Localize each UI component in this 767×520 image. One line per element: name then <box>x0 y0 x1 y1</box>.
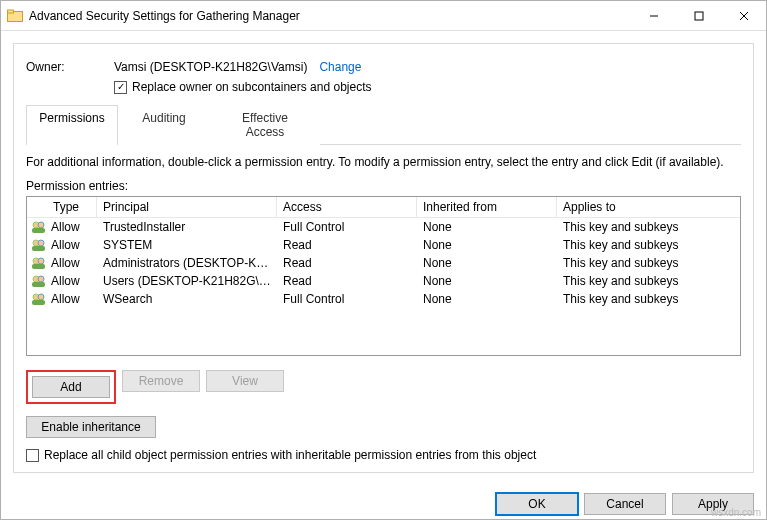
cell-type: Allow <box>51 256 80 270</box>
remove-button: Remove <box>122 370 200 392</box>
cell-principal: Administrators (DESKTOP-K21... <box>97 255 277 271</box>
enable-inheritance-button[interactable]: Enable inheritance <box>26 416 156 438</box>
svg-rect-8 <box>32 228 45 233</box>
users-icon <box>31 274 47 288</box>
entry-buttons: Add Remove View <box>26 370 741 404</box>
cell-type: Allow <box>51 238 80 252</box>
cell-applies: This key and subkeys <box>557 291 740 307</box>
table-row[interactable]: AllowUsers (DESKTOP-K21H82G\Us...ReadNon… <box>27 272 740 290</box>
window-title: Advanced Security Settings for Gathering… <box>29 9 631 23</box>
svg-point-19 <box>38 294 44 300</box>
ok-button[interactable]: OK <box>496 493 578 515</box>
replace-children-row: Replace all child object permission entr… <box>26 448 741 462</box>
cell-applies: This key and subkeys <box>557 219 740 235</box>
cell-inherited: None <box>417 255 557 271</box>
cell-type: Allow <box>51 220 80 234</box>
table-body: AllowTrustedInstallerFull ControlNoneThi… <box>27 218 740 308</box>
cell-access: Read <box>277 255 417 271</box>
maximize-button[interactable] <box>676 2 721 30</box>
entries-label: Permission entries: <box>26 179 741 193</box>
col-access[interactable]: Access <box>277 197 417 217</box>
content-area: Owner: Vamsi (DESKTOP-K21H82G\Vamsi) Cha… <box>1 31 766 485</box>
svg-point-16 <box>38 276 44 282</box>
cell-applies: This key and subkeys <box>557 273 740 289</box>
col-applies[interactable]: Applies to <box>557 197 740 217</box>
cell-access: Full Control <box>277 219 417 235</box>
panel: Owner: Vamsi (DESKTOP-K21H82G\Vamsi) Cha… <box>13 43 754 473</box>
cell-applies: This key and subkeys <box>557 255 740 271</box>
cell-access: Full Control <box>277 291 417 307</box>
cell-principal: SYSTEM <box>97 237 277 253</box>
owner-label: Owner: <box>26 60 114 74</box>
cell-inherited: None <box>417 273 557 289</box>
tab-permissions[interactable]: Permissions <box>26 105 118 145</box>
info-text: For additional information, double-click… <box>26 155 741 169</box>
svg-rect-3 <box>695 12 703 20</box>
table-row[interactable]: AllowTrustedInstallerFull ControlNoneThi… <box>27 218 740 236</box>
cell-inherited: None <box>417 219 557 235</box>
close-button[interactable] <box>721 2 766 30</box>
svg-rect-20 <box>32 300 45 305</box>
cell-principal: Users (DESKTOP-K21H82G\Us... <box>97 273 277 289</box>
dialog-buttons: OK Cancel Apply <box>1 485 766 519</box>
cell-type: Allow <box>51 292 80 306</box>
permissions-table: Type Principal Access Inherited from App… <box>26 196 741 356</box>
users-icon <box>31 220 47 234</box>
svg-rect-17 <box>32 282 45 287</box>
cell-inherited: None <box>417 237 557 253</box>
replace-children-label: Replace all child object permission entr… <box>44 448 536 462</box>
svg-rect-1 <box>8 10 14 13</box>
cell-principal: WSearch <box>97 291 277 307</box>
svg-rect-14 <box>32 264 45 269</box>
svg-rect-11 <box>32 246 45 251</box>
owner-value: Vamsi (DESKTOP-K21H82G\Vamsi) <box>114 60 307 74</box>
tab-effective-access[interactable]: Effective Access <box>210 105 320 145</box>
enable-inheritance-row: Enable inheritance <box>26 416 741 438</box>
table-row[interactable]: AllowWSearchFull ControlNoneThis key and… <box>27 290 740 308</box>
users-icon <box>31 256 47 270</box>
table-row[interactable]: AllowSYSTEMReadNoneThis key and subkeys <box>27 236 740 254</box>
tab-auditing[interactable]: Auditing <box>118 105 210 145</box>
replace-owner-label: Replace owner on subcontainers and objec… <box>132 80 371 94</box>
folder-icon <box>7 8 23 24</box>
users-icon <box>31 238 47 252</box>
owner-row: Owner: Vamsi (DESKTOP-K21H82G\Vamsi) Cha… <box>26 60 741 74</box>
cell-principal: TrustedInstaller <box>97 219 277 235</box>
table-row[interactable]: AllowAdministrators (DESKTOP-K21...ReadN… <box>27 254 740 272</box>
titlebar: Advanced Security Settings for Gathering… <box>1 1 766 31</box>
cell-applies: This key and subkeys <box>557 237 740 253</box>
add-highlight: Add <box>26 370 116 404</box>
add-button[interactable]: Add <box>32 376 110 398</box>
cell-access: Read <box>277 237 417 253</box>
replace-owner-checkbox[interactable]: ✓ <box>114 81 127 94</box>
users-icon <box>31 292 47 306</box>
cell-access: Read <box>277 273 417 289</box>
tab-strip: Permissions Auditing Effective Access <box>26 104 741 145</box>
cancel-button[interactable]: Cancel <box>584 493 666 515</box>
minimize-button[interactable] <box>631 2 676 30</box>
replace-children-checkbox[interactable] <box>26 449 39 462</box>
col-principal[interactable]: Principal <box>97 197 277 217</box>
svg-point-10 <box>38 240 44 246</box>
view-button: View <box>206 370 284 392</box>
cell-inherited: None <box>417 291 557 307</box>
change-owner-link[interactable]: Change <box>319 60 361 74</box>
table-header: Type Principal Access Inherited from App… <box>27 197 740 218</box>
svg-point-13 <box>38 258 44 264</box>
watermark: wsxdn.com <box>711 507 761 518</box>
col-type[interactable]: Type <box>27 197 97 217</box>
svg-point-7 <box>38 222 44 228</box>
window: Advanced Security Settings for Gathering… <box>0 0 767 520</box>
col-inherited[interactable]: Inherited from <box>417 197 557 217</box>
replace-owner-row: ✓ Replace owner on subcontainers and obj… <box>114 80 741 94</box>
cell-type: Allow <box>51 274 80 288</box>
